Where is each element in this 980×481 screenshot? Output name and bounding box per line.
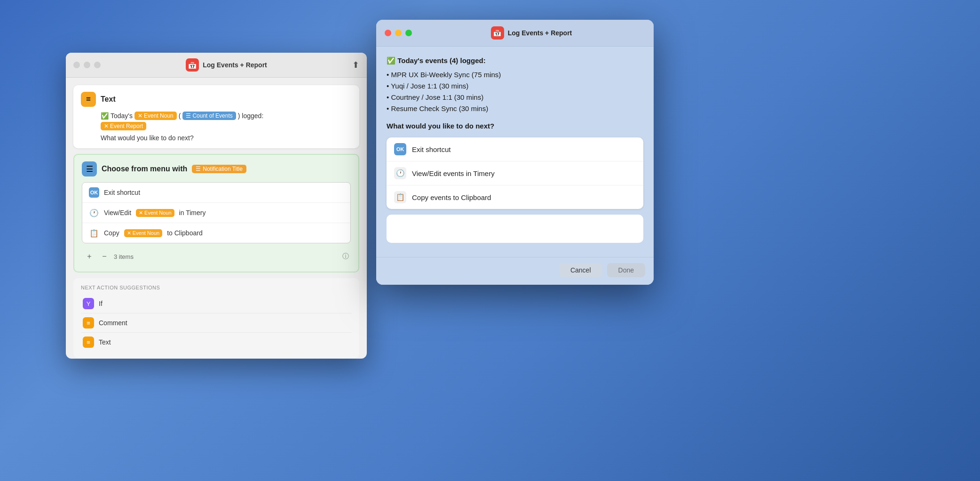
app-icon: 📅 (186, 58, 199, 72)
dialog-body: ✅ Today's events (4) logged: • MPR UX Bi… (376, 47, 654, 257)
if-label: If (99, 300, 103, 307)
menu-block-title: Choose from menu with (102, 165, 187, 173)
close-button[interactable] (73, 62, 80, 68)
suggestions-section: Next Action Suggestions Y If ≡ Comment ≡… (73, 278, 359, 358)
badge-label: Event Noun (144, 112, 174, 119)
open-paren: ( (179, 112, 181, 120)
item-count: 3 items (114, 253, 134, 260)
share-icon[interactable]: ⬆ (352, 60, 359, 70)
text-block-icon: ≡ (81, 92, 96, 107)
count-badge-label: Count of Events (192, 112, 232, 119)
dialog-options: OK Exit shortcut 🕐 View/Edit events in T… (387, 137, 643, 209)
add-item-button[interactable]: + (84, 251, 95, 262)
dialog-title: Log Events + Report (508, 29, 572, 37)
ok-icon: OK (89, 187, 99, 198)
event-item-0: • MPR UX Bi-Weekly Sync (75 mins) (387, 69, 643, 80)
dialog-empty-area (387, 215, 643, 243)
main-titlebar: 📅 Log Events + Report ⬆ (66, 53, 367, 78)
menu-block: ☰ Choose from menu with ☰ Notification T… (73, 154, 359, 273)
dialog-footer: Cancel Done (376, 257, 654, 285)
dialog-message: ✅ Today's events (4) logged: • MPR UX Bi… (387, 55, 643, 114)
dialog-option-timery[interactable]: 🕐 View/Edit events in Timery (387, 161, 643, 185)
remove-item-button[interactable]: − (99, 251, 110, 262)
view-edit-text: View/Edit (104, 209, 131, 216)
main-window: 📅 Log Events + Report ⬆ ≡ Text ✅ Today's… (66, 53, 367, 359)
dialog-title-area: 📅 Log Events + Report (418, 26, 645, 40)
dialog-titlebar: 📅 Log Events + Report (376, 20, 654, 47)
event-report-badge: ✕ Event Report (101, 122, 146, 130)
dialog-app-icon: 📅 (491, 26, 504, 40)
events-list: • MPR UX Bi-Weekly Sync (75 mins) • Yuqi… (387, 69, 643, 114)
dialog-traffic-lights (385, 30, 412, 36)
dialog-clock-icon: 🕐 (394, 167, 406, 179)
comment-icon: ≡ (83, 317, 94, 329)
exit-shortcut-label: Exit shortcut (104, 189, 140, 196)
today-text: Today's (111, 112, 133, 120)
suggestion-text[interactable]: ≡ Text (81, 333, 352, 352)
text-label: Text (99, 338, 111, 346)
minimize-button[interactable] (84, 62, 90, 68)
text-line-1: ✅ Today's ✕ Event Noun ( ☰ Count of Even… (101, 112, 352, 120)
menu-icon-glyph: ☰ (86, 164, 93, 174)
copy-event-noun-badge: ✕ Event Noun (124, 229, 162, 237)
suggestion-comment[interactable]: ≡ Comment (81, 313, 352, 333)
menu-item-timery[interactable]: 🕐 View/Edit ✕ Event Noun in Timery (82, 203, 350, 223)
dialog-ok-icon: OK (394, 143, 406, 155)
suffix-text: ) logged: (238, 112, 263, 120)
menu-block-header: ☰ Choose from menu with ☰ Notification T… (82, 161, 351, 176)
suggestion-if[interactable]: Y If (81, 294, 352, 313)
clipboard-icon: 📋 (89, 228, 99, 238)
dialog-maximize-button[interactable] (405, 30, 412, 36)
dialog-timery-label: View/Edit events in Timery (412, 169, 495, 177)
report-badge-x: ✕ (104, 123, 109, 129)
badge-x: ✕ (138, 112, 142, 119)
menu-footer: + − 3 items ⓘ (82, 248, 351, 265)
done-button[interactable]: Done (607, 263, 645, 277)
window-title-area: 📅 Log Events + Report (106, 58, 347, 72)
app-icon-glyph: 📅 (188, 61, 197, 70)
notif-label: Notification Title (203, 166, 243, 172)
suggestions-title: Next Action Suggestions (81, 285, 352, 290)
menu-block-icon: ☰ (82, 161, 97, 176)
if-icon: Y (83, 298, 94, 309)
event-item-3: • Resume Check Sync (30 mins) (387, 103, 643, 114)
dialog-message-header: ✅ Today's events (4) logged: (387, 55, 643, 66)
text-block-body: ✅ Today's ✕ Event Noun ( ☰ Count of Even… (81, 112, 352, 142)
comment-label: Comment (99, 319, 127, 327)
dialog-window: 📅 Log Events + Report ✅ Today's events (… (376, 20, 654, 285)
to-clipboard-text: to Clipboard (167, 229, 203, 237)
info-button[interactable]: ⓘ (342, 252, 349, 261)
checkbox-dialog: ✅ (387, 56, 397, 64)
text-block: ≡ Text ✅ Today's ✕ Event Noun ( ☰ Count … (73, 85, 359, 148)
menu-item-clipboard[interactable]: 📋 Copy ✕ Event Noun to Clipboard (82, 223, 350, 243)
event-item-2: • Courtney / Jose 1:1 (30 mins) (387, 92, 643, 103)
menu-items-list: OK Exit shortcut 🕐 View/Edit ✕ Event Nou… (82, 182, 351, 243)
maximize-button[interactable] (94, 62, 101, 68)
dialog-close-button[interactable] (385, 30, 391, 36)
dialog-exit-label: Exit shortcut (412, 145, 451, 153)
clock-icon: 🕐 (89, 208, 99, 218)
event-item-1: • Yuqi / Jose 1:1 (30 mins) (387, 80, 643, 92)
cancel-button[interactable]: Cancel (559, 263, 602, 277)
count-badge-x: ☰ (186, 112, 191, 119)
text-block-title: Text (101, 95, 116, 104)
dialog-option-clipboard[interactable]: 📋 Copy events to Clipboard (387, 185, 643, 209)
traffic-lights (73, 62, 101, 68)
dialog-option-exit[interactable]: OK Exit shortcut (387, 137, 643, 161)
dialog-minimize-button[interactable] (395, 30, 402, 36)
report-badge-label: Event Report (110, 123, 143, 129)
dialog-clipboard-icon: 📋 (394, 191, 406, 203)
text-block-question: What would you like to do next? (101, 134, 352, 142)
dialog-app-icon-glyph: 📅 (493, 29, 502, 37)
dialog-question: What would you like to do next? (387, 122, 643, 130)
text-block-header: ≡ Text (81, 92, 352, 107)
events-logged-header: Today's events (4) logged: (397, 56, 486, 64)
notif-icon: ☰ (196, 166, 201, 172)
count-badge: ☰ Count of Events (182, 112, 236, 120)
menu-item-exit[interactable]: OK Exit shortcut (82, 183, 350, 203)
in-timery-text: in Timery (179, 209, 206, 216)
view-edit-event-noun-badge: ✕ Event Noun (136, 209, 174, 217)
window-content: ≡ Text ✅ Today's ✕ Event Noun ( ☰ Count … (66, 78, 367, 359)
text-suggestion-icon: ≡ (83, 337, 94, 348)
dialog-clipboard-label: Copy events to Clipboard (412, 193, 491, 201)
